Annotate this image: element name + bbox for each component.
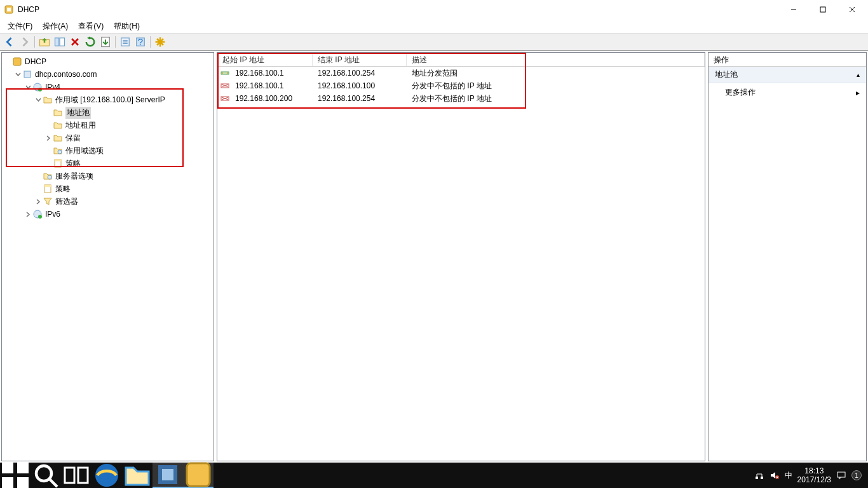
close-button[interactable] — [837, 0, 867, 19]
taskbar: 中 18:13 2017/12/3 1 — [0, 463, 868, 488]
menu-view[interactable]: 查看(V) — [73, 20, 109, 33]
chevron-down-icon[interactable] — [24, 83, 32, 92]
svg-rect-7 — [55, 38, 59, 46]
ipv4-icon — [32, 82, 43, 92]
chevron-right-icon[interactable] — [24, 210, 32, 219]
menu-file[interactable]: 文件(F) — [3, 20, 37, 33]
search-button[interactable] — [31, 463, 61, 488]
maximize-button[interactable] — [808, 0, 837, 19]
server-icon — [22, 69, 32, 79]
show-hide-tree-button[interactable] — [53, 35, 67, 49]
menu-action[interactable]: 操作(A) — [37, 20, 73, 33]
tree-node-ipv6[interactable]: IPv6 — [3, 208, 212, 220]
tree-label: 地址租用 — [65, 120, 96, 131]
actions-pane-title: 操作 — [709, 53, 866, 67]
tree-node-scope[interactable]: 作用域 [192.168.100.0] ServerIP — [3, 93, 212, 106]
tree-node-server[interactable]: dhcp.contoso.com — [3, 68, 212, 81]
tree-node-leases[interactable]: 地址租用 — [3, 119, 212, 132]
chevron-right-icon[interactable] — [34, 197, 43, 206]
tree-label: IPv4 — [45, 83, 60, 92]
tree-label: DHCP — [25, 57, 46, 66]
notification-badge[interactable]: 1 — [851, 470, 862, 480]
dhcp-icon — [12, 57, 22, 67]
svg-rect-28 — [55, 159, 61, 161]
column-header-start-ip[interactable]: 起始 IP 地址 — [217, 53, 313, 66]
action-center-icon[interactable] — [836, 470, 846, 480]
tree-node-address-pool[interactable]: 地址池 — [3, 106, 212, 119]
properties-button[interactable] — [118, 35, 132, 49]
taskbar-app-explorer[interactable] — [122, 463, 153, 488]
svg-point-35 — [222, 72, 223, 74]
tree-label: 策略 — [55, 184, 71, 194]
tree-node-policies-scope[interactable]: 策略 — [3, 157, 212, 170]
toolbar-separator — [115, 36, 116, 48]
scope-tree[interactable]: DHCP dhcp.contoso.com IPv4 作用域 [192.168.… — [3, 55, 212, 220]
chevron-right-icon[interactable] — [44, 133, 53, 142]
taskbar-app-ie[interactable] — [92, 463, 122, 488]
export-list-button[interactable] — [98, 35, 112, 49]
expander-icon[interactable] — [3, 57, 12, 66]
range-icon — [220, 68, 230, 78]
taskbar-app-server-manager[interactable] — [153, 463, 183, 488]
system-tray: 中 18:13 2017/12/3 1 — [748, 463, 868, 488]
tree-label: 保留 — [65, 133, 81, 144]
list-row[interactable]: 192.168.100.200 192.168.100.254 分发中不包括的 … — [217, 92, 705, 105]
column-header-description[interactable]: 描述 — [407, 53, 705, 66]
tree-node-ipv4[interactable]: IPv4 — [3, 81, 212, 93]
list-body[interactable]: 192.168.100.1 192.168.100.254 地址分发范围 192… — [217, 67, 705, 461]
tree-node-filters[interactable]: 筛选器 — [3, 195, 212, 208]
taskbar-app-dhcp[interactable] — [183, 463, 214, 488]
chevron-right-icon: ▸ — [856, 88, 860, 97]
toolbar: ? — [0, 33, 868, 51]
svg-rect-8 — [60, 38, 65, 46]
svg-text:?: ? — [138, 36, 143, 47]
cell-start-ip: 192.168.100.200 — [230, 94, 313, 103]
actions-item-more[interactable]: 更多操作 ▸ — [709, 83, 866, 102]
svg-rect-63 — [837, 472, 845, 477]
ime-indicator[interactable]: 中 — [785, 470, 792, 480]
chevron-down-icon[interactable] — [34, 95, 43, 104]
folder-icon — [53, 133, 63, 143]
task-view-button[interactable] — [61, 463, 92, 488]
exclusion-icon — [220, 81, 230, 91]
clock[interactable]: 18:13 2017/12/3 — [797, 466, 831, 485]
svg-rect-46 — [17, 477, 29, 488]
toolbar-separator — [34, 36, 35, 48]
actions-section-header[interactable]: 地址池 ▴ — [709, 67, 866, 83]
tree-node-policies-server[interactable]: 策略 — [3, 182, 212, 195]
up-one-level-button[interactable] — [37, 35, 51, 49]
tree-node-reservations[interactable]: 保留 — [3, 132, 212, 144]
delete-button[interactable] — [68, 35, 82, 49]
refresh-button[interactable] — [83, 35, 97, 49]
actions-item-label: 更多操作 — [725, 87, 756, 98]
cell-start-ip: 192.168.100.1 — [230, 81, 313, 90]
folder-icon — [53, 107, 63, 118]
minimize-button[interactable] — [779, 0, 808, 19]
svg-rect-54 — [187, 463, 210, 486]
filter-icon — [43, 196, 53, 207]
network-icon[interactable] — [754, 470, 764, 480]
nav-forward-button[interactable] — [18, 35, 32, 49]
tree-node-scope-options[interactable]: 作用域选项 — [3, 144, 212, 157]
list-row[interactable]: 192.168.100.1 192.168.100.100 分发中不包括的 IP… — [217, 79, 705, 92]
window-title: DHCP — [18, 5, 39, 14]
help-button[interactable]: ? — [133, 35, 147, 49]
menubar: 文件(F) 操作(A) 查看(V) 帮助(H) — [0, 19, 868, 33]
menu-help[interactable]: 帮助(H) — [109, 20, 145, 33]
start-button[interactable] — [0, 463, 31, 488]
tree-node-server-options[interactable]: 服务器选项 — [3, 170, 212, 182]
new-button[interactable] — [153, 35, 167, 49]
svg-point-26 — [58, 150, 62, 154]
column-header-end-ip[interactable]: 结束 IP 地址 — [313, 53, 407, 66]
folder-icon — [43, 95, 53, 105]
svg-rect-50 — [78, 468, 88, 483]
list-row[interactable]: 192.168.100.1 192.168.100.254 地址分发范围 — [217, 67, 705, 79]
tree-label: dhcp.contoso.com — [35, 70, 97, 79]
volume-icon[interactable] — [770, 470, 780, 480]
tree-label: 筛选器 — [55, 196, 78, 207]
tree-node-dhcp-root[interactable]: DHCP — [3, 55, 212, 68]
titlebar: DHCP — [0, 0, 868, 19]
nav-back-button[interactable] — [3, 35, 17, 49]
tree-label: 地址池 — [65, 107, 91, 119]
chevron-down-icon[interactable] — [13, 70, 22, 79]
